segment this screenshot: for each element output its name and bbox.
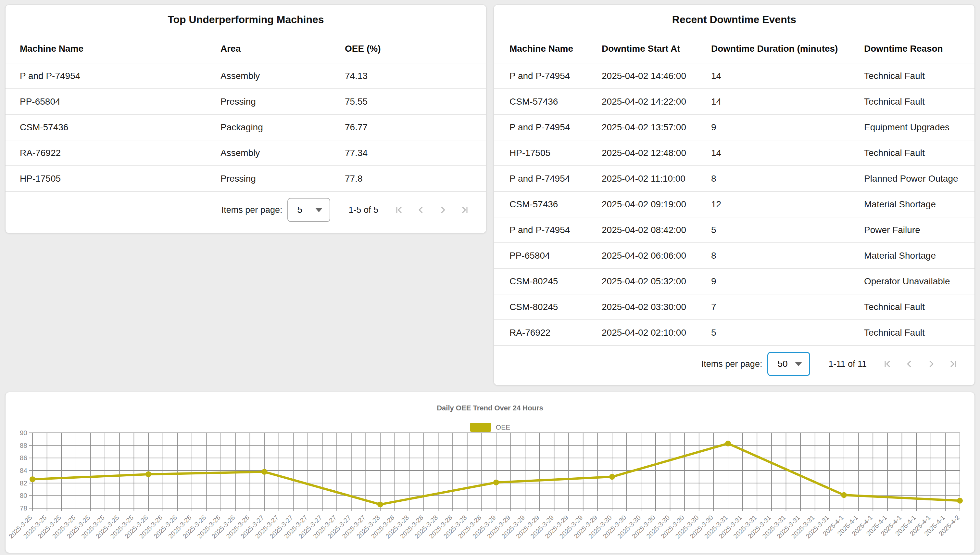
page-size-value: 50: [768, 359, 787, 369]
table-row: HP-17505 2025-04-02 12:48:00 14 Technica…: [494, 140, 975, 166]
paginator: Items per page: 50 1-11 of 11: [494, 351, 975, 377]
chevron-left-icon: [903, 358, 915, 370]
cell-machine-name: RA-76922: [510, 327, 602, 338]
cell-downtime-reason: Technical Fault: [864, 327, 959, 338]
cell-machine-name: PP-65804: [20, 96, 221, 107]
next-page-button[interactable]: [925, 358, 937, 370]
cell-downtime-start: 2025-04-02 14:46:00: [602, 71, 711, 81]
pagination-controls: [881, 358, 959, 370]
daily-oee-trend-card: Daily OEE Trend Over 24 Hours OEE 788082…: [5, 392, 975, 553]
cell-downtime-start: 2025-04-02 13:57:00: [602, 122, 711, 133]
table-row: CSM-80245 2025-04-02 05:32:00 9 Operator…: [494, 269, 975, 294]
cell-oee: 77.8: [345, 173, 472, 184]
y-tick-label: 78: [20, 504, 27, 512]
next-page-button[interactable]: [437, 204, 449, 216]
table-row: CSM-57436 2025-04-02 14:22:00 14 Technic…: [494, 89, 975, 115]
oee-data-point: [261, 469, 267, 475]
chevron-left-icon: [415, 204, 427, 216]
table-row: HP-17505 Pressing 77.8: [5, 166, 486, 192]
cell-area: Pressing: [221, 173, 345, 184]
cell-downtime-start: 2025-04-02 14:22:00: [602, 96, 711, 107]
oee-data-point: [493, 480, 499, 486]
page-range-label: 1-5 of 5: [349, 205, 378, 215]
last-page-button[interactable]: [947, 358, 959, 370]
cell-downtime-reason: Material Shortage: [864, 250, 959, 261]
cell-downtime-duration: 14: [711, 71, 864, 81]
previous-page-button[interactable]: [903, 358, 915, 370]
cell-downtime-duration: 9: [711, 122, 864, 133]
cell-downtime-reason: Technical Fault: [864, 96, 959, 107]
cell-machine-name: CSM-57436: [510, 96, 602, 107]
y-tick-label: 90: [20, 429, 27, 436]
oee-data-point: [841, 492, 847, 498]
cell-downtime-duration: 8: [711, 250, 864, 261]
chart-title: Daily OEE Trend Over 24 Hours: [5, 404, 975, 412]
cell-downtime-duration: 9: [711, 276, 864, 287]
table-row: P and P-74954 2025-04-02 13:57:00 9 Equi…: [494, 115, 975, 140]
cell-downtime-start: 2025-04-02 03:30:00: [602, 302, 711, 312]
cell-downtime-reason: Equipment Upgrades: [864, 122, 959, 133]
y-tick-label: 84: [20, 467, 27, 474]
cell-downtime-duration: 8: [711, 173, 864, 184]
first-page-button[interactable]: [393, 204, 405, 216]
oee-data-point: [30, 476, 35, 482]
cell-downtime-reason: Technical Fault: [864, 148, 959, 158]
cell-machine-name: P and P-74954: [510, 71, 602, 81]
column-header-area: Area: [221, 43, 345, 54]
pagination-controls: [393, 204, 471, 216]
first-page-icon: [393, 204, 405, 216]
cell-machine-name: HP-17505: [510, 148, 602, 158]
cell-downtime-start: 2025-04-02 02:10:00: [602, 327, 711, 338]
items-per-page-select[interactable]: 5: [288, 198, 330, 222]
first-page-icon: [881, 358, 893, 370]
column-header-oee: OEE (%): [345, 43, 472, 54]
y-tick-label: 88: [20, 441, 27, 449]
column-header-machine-name: Machine Name: [20, 43, 221, 54]
oee-data-point: [957, 498, 963, 504]
recent-downtime-events-card: Recent Downtime Events Machine Name Down…: [494, 5, 975, 385]
cell-machine-name: P and P-74954: [510, 225, 602, 235]
cell-downtime-duration: 12: [711, 199, 864, 210]
cell-downtime-start: 2025-04-02 05:32:00: [602, 276, 711, 287]
y-tick-label: 82: [20, 479, 27, 487]
column-header-downtime-reason: Downtime Reason: [864, 43, 959, 54]
items-per-page-select[interactable]: 50: [767, 352, 810, 376]
paginator: Items per page: 5 1-5 of 5: [5, 197, 486, 223]
cell-downtime-reason: Technical Fault: [864, 71, 959, 81]
last-page-icon: [947, 358, 959, 370]
previous-page-button[interactable]: [415, 204, 427, 216]
table-row: CSM-57436 Packaging 76.77: [5, 115, 486, 140]
first-page-button[interactable]: [881, 358, 893, 370]
cell-downtime-duration: 5: [711, 225, 864, 235]
cell-oee: 76.77: [345, 122, 472, 133]
oee-data-point: [609, 474, 615, 480]
cell-machine-name: CSM-57436: [510, 199, 602, 210]
cell-downtime-start: 2025-04-02 08:42:00: [602, 225, 711, 235]
cell-downtime-duration: 14: [711, 96, 864, 107]
cell-downtime-reason: Material Shortage: [864, 199, 959, 210]
table-row: PP-65804 Pressing 75.55: [5, 89, 486, 115]
table-row: P and P-74954 2025-04-02 08:42:00 5 Powe…: [494, 217, 975, 243]
oee-data-point: [725, 441, 731, 446]
cell-machine-name: CSM-80245: [510, 276, 602, 287]
cell-downtime-reason: Planned Power Outage: [864, 173, 959, 184]
oee-data-point: [145, 472, 151, 477]
cell-machine-name: PP-65804: [510, 250, 602, 261]
table-header-row: Machine Name Downtime Start At Downtime …: [494, 35, 975, 63]
chevron-down-icon: [315, 208, 323, 212]
page-range-label: 1-11 of 11: [828, 359, 866, 369]
cell-oee: 77.34: [345, 148, 472, 158]
cell-downtime-reason: Power Failure: [864, 225, 959, 235]
cell-machine-name: HP-17505: [20, 173, 221, 184]
cell-downtime-start: 2025-04-02 12:48:00: [602, 148, 711, 158]
column-header-downtime-duration: Downtime Duration (minutes): [711, 43, 864, 54]
cell-machine-name: RA-76922: [20, 148, 221, 158]
last-page-button[interactable]: [459, 204, 471, 216]
items-per-page-label: Items per page:: [221, 205, 283, 215]
cell-machine-name: CSM-57436: [20, 122, 221, 133]
cell-downtime-reason: Operator Unavailable: [864, 276, 959, 287]
cell-downtime-duration: 5: [711, 327, 864, 338]
cell-machine-name: CSM-80245: [510, 302, 602, 312]
top-underperforming-machines-card: Top Underperforming Machines Machine Nam…: [5, 5, 486, 233]
cell-machine-name: P and P-74954: [20, 71, 221, 81]
